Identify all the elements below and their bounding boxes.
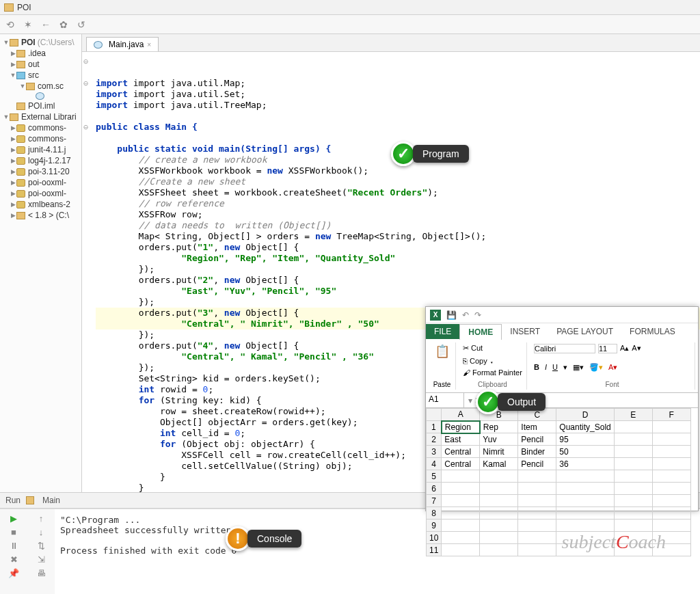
decrease-font-icon[interactable]: A▾	[632, 344, 641, 353]
cell[interactable]	[614, 458, 652, 470]
tree-item[interactable]: < 1.8 > (C:\	[0, 210, 81, 221]
cell[interactable]: Quantity_Sold	[556, 421, 614, 433]
cell[interactable]	[614, 470, 652, 483]
cell[interactable]	[556, 483, 614, 495]
cell[interactable]	[480, 483, 518, 495]
cell[interactable]: Central	[442, 446, 480, 458]
cell[interactable]	[652, 483, 690, 495]
cell[interactable]	[480, 507, 518, 519]
cell[interactable]	[480, 544, 518, 556]
cell[interactable]	[480, 532, 518, 544]
cell[interactable]	[652, 446, 690, 458]
tree-item[interactable]: com.sc	[0, 81, 81, 92]
cell[interactable]	[442, 544, 480, 556]
tree-item[interactable]: xmlbeans-2	[0, 199, 81, 210]
undo-icon[interactable]: ↶	[462, 310, 469, 320]
close-icon[interactable]: ×	[147, 41, 151, 49]
cell[interactable]: Binder	[518, 446, 556, 458]
col-header[interactable]: D	[556, 409, 614, 421]
cell[interactable]: Pencil	[518, 433, 556, 446]
cell[interactable]: Central	[442, 458, 480, 470]
cell[interactable]: Region	[442, 421, 480, 433]
cell[interactable]	[556, 495, 614, 507]
cell[interactable]: Rep	[480, 421, 518, 433]
col-header[interactable]: A	[442, 409, 480, 421]
cell[interactable]	[442, 532, 480, 544]
row-header[interactable]: 7	[427, 495, 442, 507]
fill-color-button[interactable]: 🪣▾	[589, 363, 603, 372]
cell[interactable]	[480, 470, 518, 483]
toolbar-button[interactable]: ✶	[22, 18, 34, 31]
bold-button[interactable]: B	[534, 363, 539, 372]
row-header[interactable]: 3	[427, 446, 442, 458]
font-color-button[interactable]: A▾	[608, 363, 617, 372]
cut-icon[interactable]: ✂	[463, 344, 471, 352]
row-header[interactable]: 10	[427, 532, 442, 544]
cell[interactable]	[442, 519, 480, 532]
cell[interactable]	[614, 495, 652, 507]
cell[interactable]	[442, 507, 480, 519]
font-size-select[interactable]	[598, 344, 617, 353]
run-button[interactable]: ▶	[8, 513, 19, 524]
cell[interactable]	[556, 519, 614, 532]
cell[interactable]: 95	[556, 433, 614, 446]
cell[interactable]	[556, 470, 614, 483]
tree-item[interactable]: src	[0, 70, 81, 81]
row-header[interactable]: 9	[427, 519, 442, 532]
cell[interactable]	[518, 483, 556, 495]
tab-page-layout[interactable]: PAGE LAYOUT	[548, 324, 621, 339]
cell[interactable]: Pencil	[518, 458, 556, 470]
tab-home[interactable]: HOME	[459, 324, 502, 340]
tree-item[interactable]: junit-4.11.j	[0, 144, 81, 155]
cell[interactable]	[480, 495, 518, 507]
toolbar-button[interactable]: ↺	[75, 18, 88, 31]
tree-item[interactable]: out	[0, 59, 81, 70]
tree-item[interactable]: log4j-1.2.17	[0, 155, 81, 166]
italic-button[interactable]: I	[545, 363, 547, 372]
pin-button[interactable]: 📌	[8, 568, 19, 579]
row-header[interactable]: 11	[427, 544, 442, 556]
col-header[interactable]: F	[652, 409, 690, 421]
tree-item[interactable]: External Librari	[0, 111, 81, 122]
tree-item[interactable]: poi-3.11-20	[0, 166, 81, 177]
paste-button[interactable]: Paste	[433, 381, 451, 388]
underline-button[interactable]: U	[552, 363, 558, 372]
tree-item[interactable]	[0, 92, 81, 100]
row-header[interactable]: 6	[427, 483, 442, 495]
cell[interactable]	[614, 446, 652, 458]
cell[interactable]: 36	[556, 458, 614, 470]
export-button[interactable]: ⇲	[36, 554, 46, 565]
cell[interactable]: Item	[518, 421, 556, 433]
cell[interactable]	[652, 458, 690, 470]
row-header[interactable]: 8	[427, 507, 442, 519]
close-button[interactable]: ✖	[8, 554, 19, 565]
cell[interactable]: Yuv	[480, 433, 518, 446]
tree-item[interactable]: POI.iml	[0, 100, 81, 111]
cell[interactable]	[652, 495, 690, 507]
tab-insert[interactable]: INSERT	[502, 324, 548, 339]
paste-icon[interactable]: 📋	[433, 344, 451, 359]
cell[interactable]	[518, 532, 556, 544]
toolbar-button[interactable]: ✿	[57, 18, 70, 31]
save-icon[interactable]: 💾	[446, 310, 457, 320]
down-button[interactable]: ↓	[36, 527, 46, 538]
print-button[interactable]: 🖶	[36, 568, 46, 579]
tree-item[interactable]: commons-	[0, 133, 81, 144]
row-header[interactable]: 2	[427, 433, 442, 446]
cell[interactable]	[652, 470, 690, 483]
name-box[interactable]: A1	[426, 393, 464, 407]
cell[interactable]	[518, 507, 556, 519]
cell[interactable]: Kamal	[480, 458, 518, 470]
tab-file[interactable]: FILE	[426, 324, 459, 339]
tree-item[interactable]: .idea	[0, 48, 81, 59]
stop-button[interactable]: ■	[8, 527, 19, 538]
increase-font-icon[interactable]: A▴	[620, 344, 629, 353]
cell[interactable]	[518, 519, 556, 532]
cell[interactable]	[556, 507, 614, 519]
cell[interactable]	[614, 483, 652, 495]
cell[interactable]	[614, 421, 652, 433]
cell[interactable]	[652, 507, 690, 519]
cell[interactable]	[518, 470, 556, 483]
redo-icon[interactable]: ↷	[474, 310, 481, 320]
toolbar-button[interactable]: ←	[40, 18, 52, 31]
